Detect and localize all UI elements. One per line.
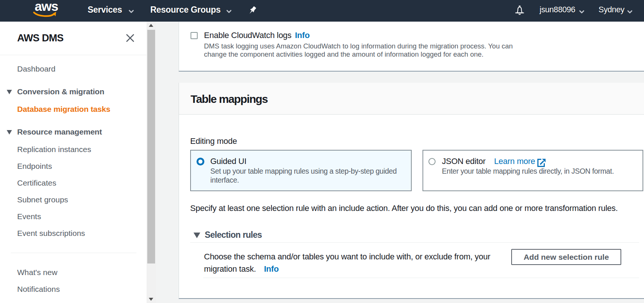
svg-text:aws: aws [35, 2, 58, 13]
